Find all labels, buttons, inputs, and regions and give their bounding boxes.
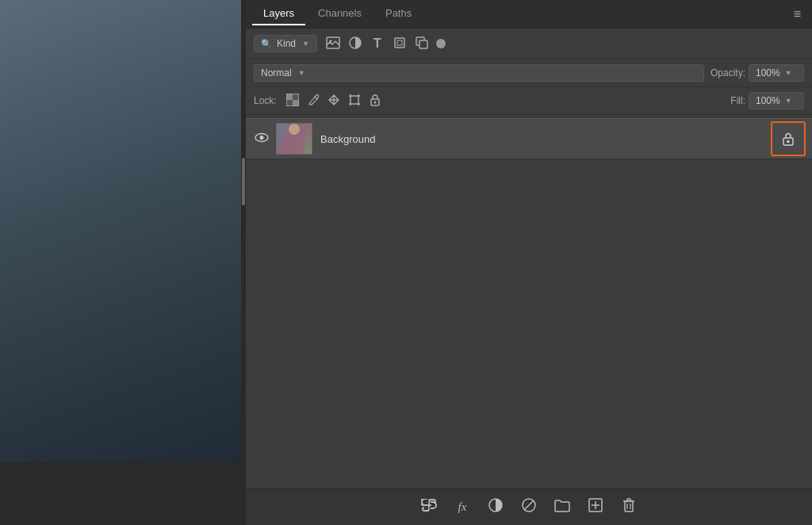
layers-empty-area: [246, 305, 812, 489]
new-layer-button[interactable]: [586, 498, 605, 516]
layer-thumbnail: [276, 123, 312, 155]
panel-divider: [241, 0, 246, 525]
svg-rect-6: [419, 40, 427, 48]
shape-filter-icon[interactable]: [392, 36, 408, 52]
smart-object-filter-icon[interactable]: [414, 36, 430, 52]
svg-point-26: [787, 140, 790, 144]
svg-rect-9: [293, 94, 299, 100]
svg-point-22: [373, 101, 376, 103]
tabs-row: Layers Channels Paths ≡: [246, 0, 812, 29]
blend-mode-dropdown[interactable]: Normal ▼: [254, 64, 704, 82]
tab-channels[interactable]: Channels: [307, 2, 373, 25]
svg-rect-7: [286, 94, 293, 100]
type-filter-icon[interactable]: T: [370, 36, 385, 51]
svg-rect-35: [625, 501, 633, 512]
svg-rect-8: [293, 100, 299, 106]
delete-layer-button[interactable]: [619, 498, 638, 516]
canvas-area: [0, 0, 246, 525]
filter-row: 🔍 Kind ▼ T: [246, 29, 812, 59]
lock-artboard-icon[interactable]: [347, 94, 362, 109]
opacity-group: Opacity: 100% ▼: [710, 64, 804, 82]
lock-all-icon[interactable]: [367, 94, 383, 109]
svg-rect-3: [395, 38, 404, 48]
blend-mode-chevron: ▼: [298, 69, 305, 77]
lock-position-icon[interactable]: [326, 94, 342, 109]
opacity-dropdown[interactable]: 100% ▼: [749, 64, 804, 82]
kind-label: Kind: [277, 38, 296, 49]
opacity-label: Opacity:: [710, 67, 745, 79]
lock-label: Lock:: [254, 95, 277, 106]
tab-paths[interactable]: Paths: [374, 2, 423, 25]
svg-line-31: [524, 500, 534, 510]
blend-opacity-row: Normal ▼ Opacity: 100% ▼: [246, 59, 812, 87]
new-layer-mask-button[interactable]: [519, 498, 538, 516]
lock-row: Lock:: [246, 87, 812, 115]
filter-dot-icon[interactable]: [436, 39, 446, 48]
scroll-handle[interactable]: [242, 158, 245, 205]
new-group-button[interactable]: [553, 499, 572, 516]
new-fill-layer-button[interactable]: [486, 498, 505, 516]
fill-dropdown[interactable]: 100% ▼: [749, 92, 804, 109]
svg-rect-10: [286, 100, 293, 106]
fill-group: Fill: 100% ▼: [730, 92, 804, 109]
layer-item-background[interactable]: Background: [246, 118, 812, 159]
fill-label: Fill:: [730, 95, 745, 106]
tab-layers[interactable]: Layers: [252, 2, 305, 25]
filter-icons-group: T: [325, 36, 446, 52]
fill-chevron: ▼: [785, 97, 792, 105]
opacity-chevron: ▼: [785, 69, 792, 77]
image-filter-icon[interactable]: [325, 36, 341, 52]
opacity-value: 100%: [756, 67, 780, 79]
fill-value: 100%: [756, 95, 780, 106]
link-layers-button[interactable]: [419, 499, 439, 515]
blend-mode-label: Normal: [261, 67, 292, 79]
layer-thumbnail-image: [277, 124, 312, 154]
chevron-down-icon: ▼: [302, 40, 309, 48]
layer-visibility-toggle[interactable]: [252, 132, 271, 146]
add-layer-style-button[interactable]: fx: [453, 500, 472, 514]
search-icon: 🔍: [261, 39, 272, 49]
kind-filter-dropdown[interactable]: 🔍 Kind ▼: [254, 35, 317, 52]
lock-transparency-icon[interactable]: [285, 94, 301, 109]
svg-rect-4: [397, 40, 402, 45]
svg-rect-12: [350, 96, 358, 104]
layers-panel: Layers Channels Paths ≡ 🔍 Kind ▼: [246, 0, 812, 525]
bottom-toolbar: fx: [246, 489, 812, 525]
adjustment-filter-icon[interactable]: [347, 36, 363, 52]
layer-lock-button[interactable]: [771, 121, 806, 156]
panel-menu-button[interactable]: ≡: [789, 4, 806, 25]
lock-image-icon[interactable]: [305, 94, 321, 109]
layer-name-label: Background: [320, 133, 771, 145]
svg-point-24: [260, 136, 264, 140]
layers-list: Background: [246, 115, 812, 305]
